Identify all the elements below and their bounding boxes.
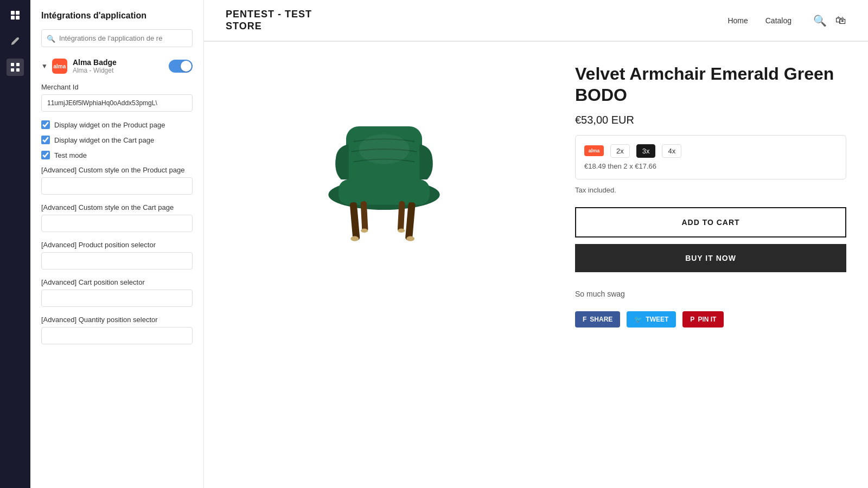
alma-widget-row: alma 2x 3x 4x bbox=[584, 144, 837, 158]
svg-rect-5 bbox=[16, 63, 20, 66]
alma-badge-header: ▼ alma Alma Badge Alma - Widget bbox=[41, 58, 193, 74]
store-nav-icons: 🔍 🛍 bbox=[813, 14, 846, 27]
search-input[interactable] bbox=[41, 29, 193, 47]
store-main: PENTEST - TEST STORE Home Catalog 🔍 🛍 bbox=[204, 0, 868, 488]
checkbox-cart-row: Display widget on the Cart page bbox=[41, 136, 193, 144]
advanced-product-style-label: [Advanced] Custom style on the Product p… bbox=[41, 166, 193, 174]
advanced-quantity-position-input[interactable] bbox=[41, 327, 193, 344]
alma-badge-name: Alma Badge bbox=[73, 58, 169, 67]
svg-point-15 bbox=[350, 236, 359, 241]
product-image bbox=[308, 96, 460, 248]
merchant-id-label: Merchant Id bbox=[41, 83, 193, 91]
alma-info: Alma Badge Alma - Widget bbox=[73, 58, 169, 74]
svg-point-18 bbox=[398, 229, 405, 233]
nav-catalog[interactable]: Catalog bbox=[765, 16, 792, 25]
alma-logo: alma bbox=[52, 59, 67, 74]
svg-rect-6 bbox=[11, 68, 14, 72]
svg-rect-3 bbox=[16, 16, 20, 20]
svg-rect-4 bbox=[11, 63, 14, 66]
svg-point-17 bbox=[361, 229, 368, 233]
checkbox-product-label[interactable]: Display widget on the Product page bbox=[54, 121, 165, 129]
cart-icon[interactable]: 🛍 bbox=[835, 14, 846, 27]
search-box: 🔍 bbox=[41, 29, 193, 47]
product-title: Velvet Armchair Emerald Green BODO bbox=[575, 63, 846, 105]
twitter-icon: 🐦 bbox=[634, 316, 642, 323]
product-price: €53,00 EUR bbox=[575, 114, 846, 126]
buy-now-button[interactable]: BUY IT NOW bbox=[575, 244, 846, 272]
svg-point-19 bbox=[359, 134, 409, 164]
merchant-id-input[interactable] bbox=[41, 94, 193, 112]
advanced-cart-style-label: [Advanced] Custom style on the Cart page bbox=[41, 203, 193, 211]
search-store-icon[interactable]: 🔍 bbox=[813, 14, 827, 27]
apps-nav-icon[interactable] bbox=[7, 59, 24, 76]
advanced-quantity-position-label: [Advanced] Quantity position selector bbox=[41, 316, 193, 324]
store-nav: Home Catalog bbox=[727, 16, 792, 25]
installment-3x[interactable]: 3x bbox=[636, 144, 656, 158]
advanced-product-position-label: [Advanced] Product position selector bbox=[41, 241, 193, 249]
checkbox-test-row: Test mode bbox=[41, 151, 193, 159]
svg-point-16 bbox=[406, 236, 414, 241]
checkbox-cart[interactable] bbox=[41, 136, 50, 144]
advanced-cart-style-input[interactable] bbox=[41, 215, 193, 232]
integrations-panel: Intégrations d'application 🔍 ▼ alma Alma… bbox=[30, 0, 204, 488]
checkbox-product-row: Display widget on the Product page bbox=[41, 120, 193, 129]
tax-note: Tax included. bbox=[575, 186, 846, 194]
alma-widget: alma 2x 3x 4x €18.49 then 2 x €17.66 bbox=[575, 135, 846, 179]
store-logo: PENTEST - TEST STORE bbox=[226, 9, 727, 32]
twitter-share-button[interactable]: 🐦 TWEET bbox=[627, 311, 676, 328]
search-icon: 🔍 bbox=[47, 34, 55, 42]
product-image-area bbox=[226, 63, 542, 280]
svg-rect-1 bbox=[16, 11, 20, 15]
social-share: f SHARE 🐦 TWEET P PIN IT bbox=[575, 311, 846, 328]
product-area: Velvet Armchair Emerald Green BODO €53,0… bbox=[204, 42, 868, 349]
advanced-product-style-input[interactable] bbox=[41, 177, 193, 195]
checkbox-test-label[interactable]: Test mode bbox=[54, 151, 87, 159]
advanced-cart-position-label: [Advanced] Cart position selector bbox=[41, 278, 193, 286]
brush-nav-icon[interactable] bbox=[7, 33, 24, 50]
facebook-icon: f bbox=[583, 316, 586, 323]
advanced-product-position-input[interactable] bbox=[41, 252, 193, 269]
admin-sidebar bbox=[0, 0, 30, 488]
product-details: Velvet Armchair Emerald Green BODO €53,0… bbox=[575, 63, 846, 328]
checkbox-test[interactable] bbox=[41, 151, 50, 159]
alma-badge-subtitle: Alma - Widget bbox=[73, 67, 169, 74]
installment-2x[interactable]: 2x bbox=[610, 144, 630, 158]
nav-home[interactable]: Home bbox=[727, 16, 748, 25]
svg-rect-0 bbox=[11, 11, 15, 15]
integrations-title: Intégrations d'application bbox=[41, 11, 193, 21]
checkbox-cart-label[interactable]: Display widget on the Cart page bbox=[54, 136, 154, 144]
add-to-cart-button[interactable]: ADD TO CART bbox=[575, 207, 846, 237]
product-description: So much swag bbox=[575, 290, 846, 298]
grid-nav-icon[interactable] bbox=[7, 7, 24, 24]
installment-detail: €18.49 then 2 x €17.66 bbox=[584, 162, 837, 170]
advanced-cart-position-input[interactable] bbox=[41, 290, 193, 307]
store-header: PENTEST - TEST STORE Home Catalog 🔍 🛍 bbox=[204, 0, 868, 41]
alma-widget-logo: alma bbox=[584, 145, 604, 156]
pinterest-share-button[interactable]: P PIN IT bbox=[682, 311, 724, 328]
pinterest-icon: P bbox=[690, 316, 694, 323]
svg-rect-7 bbox=[16, 68, 20, 72]
svg-rect-2 bbox=[11, 16, 15, 20]
installment-4x[interactable]: 4x bbox=[662, 144, 681, 158]
checkbox-product[interactable] bbox=[41, 120, 50, 129]
facebook-share-button[interactable]: f SHARE bbox=[575, 311, 620, 328]
chevron-down-icon[interactable]: ▼ bbox=[41, 62, 48, 70]
alma-toggle[interactable] bbox=[169, 60, 193, 73]
